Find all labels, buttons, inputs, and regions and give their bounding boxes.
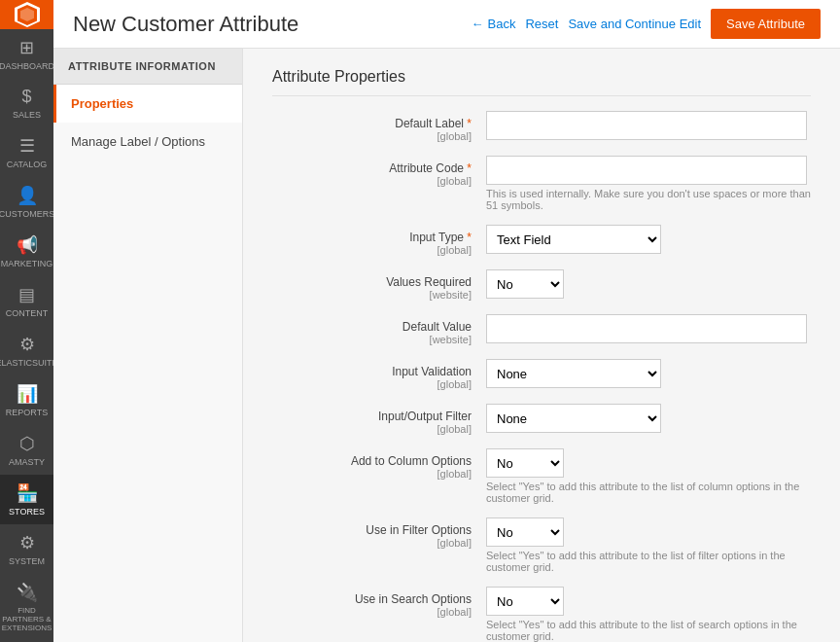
required-star: * bbox=[467, 161, 472, 175]
input-validation-select[interactable]: None Alphanumeric Numeric Only Alpha Onl… bbox=[486, 359, 661, 388]
default-label-input[interactable] bbox=[486, 111, 807, 140]
field-default-value: Default Value [website] bbox=[272, 314, 811, 345]
add-to-column-select[interactable]: No Yes bbox=[486, 448, 564, 478]
sidebar-item-label: MARKETING bbox=[1, 259, 53, 268]
amasty-icon: ⬡ bbox=[19, 433, 35, 454]
stores-icon: 🏪 bbox=[17, 482, 38, 504]
sidebar-item-label: ELASTICSUITE bbox=[0, 358, 58, 368]
system-icon: ⚙ bbox=[19, 532, 35, 553]
main-content: New Customer Attribute ← Back Reset Save… bbox=[53, 0, 840, 642]
dashboard-icon: ⊞ bbox=[19, 37, 34, 58]
sidebar-item-reports[interactable]: 📊 REPORTS bbox=[0, 375, 53, 425]
sales-icon: $ bbox=[21, 87, 31, 107]
field-default-label: Default Label * [global] bbox=[272, 111, 811, 142]
back-arrow-icon: ← bbox=[472, 17, 484, 31]
extensions-icon: 🔌 bbox=[17, 582, 38, 603]
sidebar-item-catalog[interactable]: ☰ CATALOG bbox=[0, 127, 53, 177]
field-use-in-filter: Use in Filter Options [global] No Yes Se… bbox=[272, 517, 811, 573]
sidebar-item-stores[interactable]: 🏪 STORES bbox=[0, 475, 53, 524]
nav-item-manage-label[interactable]: Manage Label / Options bbox=[53, 123, 242, 160]
sidebar-item-content[interactable]: ▤ CONTENT bbox=[0, 276, 53, 326]
save-attribute-button[interactable]: Save Attribute bbox=[711, 9, 821, 39]
sidebar-item-system[interactable]: ⚙ SYSTEM bbox=[0, 524, 53, 574]
sidebar-item-elasticsuite[interactable]: ⚙ ELASTICSUITE bbox=[0, 326, 53, 375]
customers-icon: 👤 bbox=[17, 185, 38, 206]
required-star: * bbox=[467, 231, 472, 244]
use-in-filter-select[interactable]: No Yes bbox=[486, 517, 564, 547]
save-continue-button[interactable]: Save and Continue Edit bbox=[568, 17, 701, 31]
sidebar-item-dashboard[interactable]: ⊞ DASHBOARD bbox=[0, 29, 53, 79]
field-use-in-search: Use in Search Options [global] No Yes Se… bbox=[272, 587, 811, 642]
field-input-validation: Input Validation [global] None Alphanume… bbox=[272, 359, 811, 390]
topbar: New Customer Attribute ← Back Reset Save… bbox=[53, 0, 840, 49]
input-output-filter-select[interactable]: None Strip HTML Tags Escape HTML Entitie… bbox=[486, 404, 661, 433]
sidebar-item-label: SYSTEM bbox=[9, 556, 45, 566]
elasticsuite-icon: ⚙ bbox=[19, 334, 35, 355]
sidebar-item-label: AMASTY bbox=[9, 457, 45, 467]
sidebar-item-amasty[interactable]: ⬡ AMASTY bbox=[0, 425, 53, 475]
use-in-search-select[interactable]: No Yes bbox=[486, 587, 564, 616]
catalog-icon: ☰ bbox=[19, 135, 35, 157]
sidebar: ⊞ DASHBOARD $ SALES ☰ CATALOG 👤 CUSTOMER… bbox=[0, 0, 53, 642]
sidebar-item-label: CONTENT bbox=[6, 308, 49, 318]
right-panel: Attribute Properties Default Label * [gl… bbox=[243, 49, 840, 642]
sidebar-item-sales[interactable]: $ SALES bbox=[0, 79, 53, 127]
page-title: New Customer Attribute bbox=[73, 12, 298, 37]
attribute-code-hint: This is used internally. Make sure you d… bbox=[486, 188, 811, 211]
topbar-actions: ← Back Reset Save and Continue Edit Save… bbox=[472, 9, 821, 39]
attribute-code-input[interactable] bbox=[486, 156, 807, 185]
sidebar-item-label: STORES bbox=[9, 507, 45, 517]
input-type-select[interactable]: Text Field Text Area Date Yes/No Dropdow… bbox=[486, 225, 661, 254]
use-in-filter-note: Select "Yes" to add this attribute to th… bbox=[486, 550, 811, 573]
sidebar-item-customers[interactable]: 👤 CUSTOMERS bbox=[0, 177, 53, 227]
default-value-input[interactable] bbox=[486, 314, 807, 343]
field-attribute-code: Attribute Code * [global] This is used i… bbox=[272, 156, 811, 211]
sidebar-item-label: REPORTS bbox=[6, 408, 48, 417]
sidebar-item-extensions[interactable]: 🔌 FIND PARTNERS & EXTENSIONS bbox=[0, 574, 53, 640]
nav-item-properties[interactable]: Properties bbox=[53, 85, 242, 123]
field-input-type: Input Type * [global] Text Field Text Ar… bbox=[272, 225, 811, 256]
back-button[interactable]: ← Back bbox=[472, 17, 516, 31]
field-values-required: Values Required [website] No Yes bbox=[272, 269, 811, 301]
field-add-to-column: Add to Column Options [global] No Yes Se… bbox=[272, 448, 811, 504]
values-required-select[interactable]: No Yes bbox=[486, 269, 564, 299]
logo[interactable] bbox=[0, 0, 53, 29]
left-panel: ATTRIBUTE INFORMATION Properties Manage … bbox=[53, 49, 243, 642]
sidebar-item-label: DASHBOARD bbox=[0, 61, 54, 71]
section-title: Attribute Properties bbox=[272, 68, 811, 96]
sidebar-item-marketing[interactable]: 📢 MARKETING bbox=[0, 227, 53, 276]
panel-header: ATTRIBUTE INFORMATION bbox=[53, 49, 242, 85]
reset-button[interactable]: Reset bbox=[525, 17, 558, 31]
sidebar-item-label: SALES bbox=[13, 110, 41, 120]
required-star: * bbox=[467, 117, 472, 130]
marketing-icon: 📢 bbox=[17, 234, 38, 256]
sidebar-item-label: FIND PARTNERS & EXTENSIONS bbox=[2, 606, 52, 632]
field-input-output-filter: Input/Output Filter [global] None Strip … bbox=[272, 404, 811, 435]
use-in-search-note: Select "Yes" to add this attribute to th… bbox=[486, 619, 811, 642]
reports-icon: 📊 bbox=[17, 383, 38, 405]
add-to-column-note: Select "Yes" to add this attribute to th… bbox=[486, 481, 811, 504]
sidebar-item-label: CATALOG bbox=[7, 160, 48, 169]
content-area: ATTRIBUTE INFORMATION Properties Manage … bbox=[53, 49, 840, 642]
sidebar-item-label: CUSTOMERS bbox=[0, 209, 54, 219]
content-icon: ▤ bbox=[18, 284, 35, 305]
